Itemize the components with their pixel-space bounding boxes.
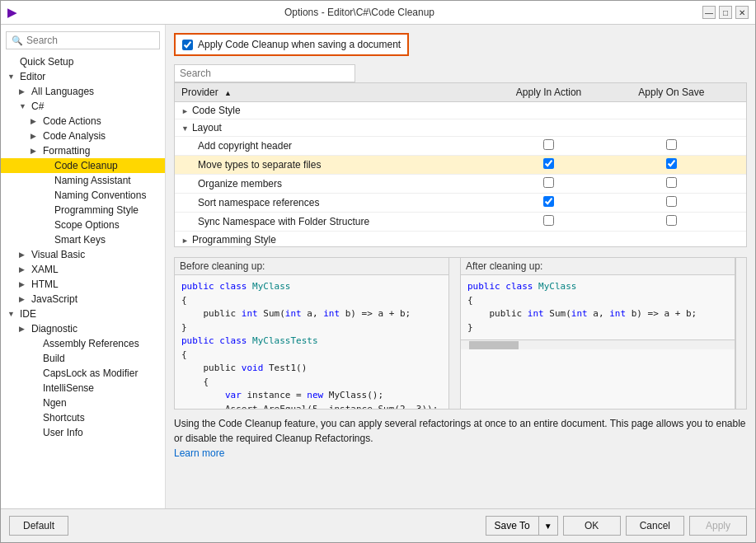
- bottom-left-buttons: Default: [9, 516, 68, 536]
- apply-on-save-checkbox[interactable]: [666, 139, 677, 150]
- tree-search-box[interactable]: 🔍: [6, 31, 160, 49]
- apply-on-save-cell[interactable]: [610, 194, 733, 213]
- apply-on-save-cell[interactable]: [610, 156, 733, 175]
- save-to-button[interactable]: Save To: [486, 516, 538, 536]
- tree-item-assembly-references[interactable]: Assembly References: [1, 336, 165, 351]
- tree-item-code-analysis[interactable]: ▶Code Analysis: [1, 129, 165, 143]
- after-code-panel: After cleaning up: public class MyClass …: [460, 257, 735, 410]
- apply-button[interactable]: Apply: [689, 516, 747, 536]
- table-body: ►Code Style▼LayoutAdd copyright headerMo…: [175, 102, 746, 248]
- tree-label-intellisense: IntelliSense: [43, 382, 94, 394]
- apply-in-action-cell[interactable]: [487, 137, 609, 156]
- tree-item-scope-options[interactable]: Scope Options: [1, 218, 165, 232]
- tree-label-programming-style: Programming Style: [54, 204, 139, 216]
- right-panel: Apply Code Cleanup when saving a documen…: [166, 25, 755, 508]
- before-scrollbar-v[interactable]: [448, 257, 460, 410]
- tree-item-shortcuts[interactable]: Shortcuts: [1, 410, 165, 425]
- tree-item-naming-conventions[interactable]: Naming Conventions: [1, 188, 165, 203]
- tree-arrow-all-languages: ▶: [19, 87, 29, 96]
- save-to-dropdown[interactable]: ▼: [538, 516, 558, 536]
- tree-item-editor[interactable]: ▼Editor: [1, 69, 165, 84]
- tree-item-html[interactable]: ▶HTML: [1, 277, 165, 292]
- apply-in-action-checkbox[interactable]: [543, 177, 554, 188]
- default-button[interactable]: Default: [9, 516, 68, 536]
- tree-item-capslock-modifier[interactable]: CapsLock as Modifier: [1, 366, 165, 381]
- tree-label-capslock-modifier: CapsLock as Modifier: [43, 367, 138, 379]
- apply-in-action-checkbox[interactable]: [543, 139, 554, 150]
- tree-item-naming-assistant[interactable]: Naming Assistant: [1, 173, 165, 188]
- tree-label-xaml: XAML: [31, 264, 59, 275]
- tree-item-code-actions[interactable]: ▶Code Actions: [1, 114, 165, 129]
- tree-arrow-ide: ▼: [7, 310, 17, 318]
- tree-item-xaml[interactable]: ▶XAML: [1, 262, 165, 277]
- section-cell[interactable]: ►Code Style: [175, 102, 733, 119]
- apply-checkbox[interactable]: [182, 40, 193, 50]
- tree-label-scope-options: Scope Options: [54, 219, 120, 231]
- tree-item-formatting[interactable]: ▶Formatting: [1, 143, 165, 158]
- maximize-button[interactable]: □: [719, 6, 732, 19]
- tree-label-editor: Editor: [20, 71, 45, 82]
- tree-item-smart-keys[interactable]: Smart Keys: [1, 232, 165, 247]
- tree-item-build[interactable]: Build: [1, 351, 165, 366]
- apply-on-save-checkbox[interactable]: [666, 215, 677, 226]
- tree-item-visual-basic[interactable]: ▶Visual Basic: [1, 247, 165, 262]
- apply-in-action-cell[interactable]: [487, 194, 609, 213]
- tree-arrow-formatting: ▶: [31, 147, 40, 155]
- title-bar: ▶ Options - Editor\C#\Code Cleanup — □ ✕: [1, 1, 755, 25]
- section-cell[interactable]: ▼Layout: [175, 119, 733, 137]
- tree-item-diagnostic[interactable]: ▶Diagnostic: [1, 321, 165, 336]
- provider-search-input[interactable]: [174, 64, 355, 82]
- apply-checkbox-label: Apply Code Cleanup when saving a documen…: [198, 39, 401, 50]
- apply-on-save-cell[interactable]: [610, 175, 733, 194]
- close-button[interactable]: ✕: [735, 6, 749, 19]
- after-scrollbar-h[interactable]: [461, 339, 735, 349]
- apply-on-save-cell[interactable]: [610, 137, 733, 156]
- tree-item-csharp[interactable]: ▼C#: [1, 99, 165, 114]
- left-panel: 🔍 Quick Setup▼Editor▶All Languages▼C#▶Co…: [1, 25, 166, 508]
- apply-on-save-cell[interactable]: [610, 213, 733, 232]
- description: Using the Code Cleanup feature, you can …: [174, 416, 747, 461]
- tree-label-visual-basic: Visual Basic: [31, 249, 85, 260]
- scroll-header: [733, 83, 746, 102]
- tree-item-all-languages[interactable]: ▶All Languages: [1, 84, 165, 99]
- tree-item-ngen[interactable]: Ngen: [1, 396, 165, 410]
- tree-item-intellisense[interactable]: IntelliSense: [1, 381, 165, 396]
- tree-item-ide[interactable]: ▼IDE: [1, 307, 165, 321]
- section-cell[interactable]: ►Programming Style: [175, 232, 733, 248]
- tree-item-user-info[interactable]: User Info: [1, 425, 165, 440]
- apply-on-save-checkbox[interactable]: [666, 196, 677, 207]
- tree-arrow-visual-basic: ▶: [19, 250, 29, 259]
- provider-area: Provider ▲ Apply In Action Apply On Save…: [174, 64, 747, 247]
- apply-checkbox-row: Apply Code Cleanup when saving a documen…: [174, 33, 409, 56]
- cancel-button[interactable]: Cancel: [626, 516, 684, 536]
- provider-search-row: [174, 64, 747, 82]
- apply-on-save-checkbox[interactable]: [666, 177, 677, 188]
- section-scroll-cell: [733, 102, 746, 119]
- apply-in-action-checkbox[interactable]: [543, 196, 554, 207]
- tree-label-assembly-references: Assembly References: [43, 338, 139, 349]
- bottom-right-buttons: Save To ▼ OK Cancel Apply: [486, 516, 747, 536]
- tree-label-ngen: Ngen: [43, 397, 67, 409]
- after-title: After cleaning up:: [461, 258, 735, 275]
- apply-in-action-checkbox[interactable]: [543, 215, 554, 226]
- tree-item-quick-setup[interactable]: Quick Setup: [1, 54, 165, 69]
- learn-more-link[interactable]: Learn more: [174, 447, 224, 459]
- tree-item-programming-style[interactable]: Programming Style: [1, 203, 165, 218]
- before-title: Before cleaning up:: [175, 258, 448, 275]
- table-row: ►Code Style: [175, 102, 746, 119]
- apply-in-action-cell[interactable]: [487, 156, 609, 175]
- tree-search-input[interactable]: [26, 35, 154, 46]
- minimize-button[interactable]: —: [702, 6, 716, 19]
- table-row: Add copyright header: [175, 137, 746, 156]
- apply-in-action-cell[interactable]: [487, 213, 609, 232]
- apply-in-action-cell[interactable]: [487, 175, 609, 194]
- apply-on-save-checkbox[interactable]: [666, 158, 677, 169]
- tree-item-code-cleanup[interactable]: Code Cleanup: [1, 158, 165, 173]
- apply-in-action-checkbox[interactable]: [543, 158, 554, 169]
- after-scrollbar-v[interactable]: [735, 257, 747, 410]
- tree-arrow-javascript: ▶: [19, 295, 29, 303]
- tree-label-shortcuts: Shortcuts: [43, 412, 85, 424]
- tree-label-ide: IDE: [20, 308, 36, 320]
- tree-item-javascript[interactable]: ▶JavaScript: [1, 292, 165, 307]
- ok-button[interactable]: OK: [563, 516, 621, 536]
